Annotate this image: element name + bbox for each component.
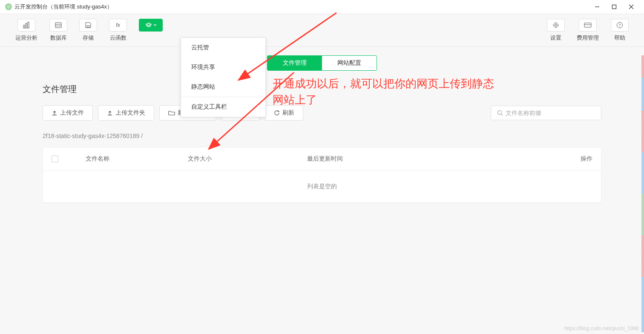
upload-folder-button[interactable]: 上传文件夹 xyxy=(98,105,154,121)
dropdown-item-env-share[interactable]: 环境共享 xyxy=(181,58,265,77)
close-button[interactable] xyxy=(629,4,634,9)
layers-icon xyxy=(145,22,152,28)
toolbar: 运营分析 数据库 存储 fx 云函数 设置 费用管理 xyxy=(0,14,644,47)
tab-file-management[interactable]: 文件管理 xyxy=(267,56,322,70)
dropdown-item-cloud-hosting[interactable]: 云托管 xyxy=(181,38,265,58)
more-dropdown-menu: 云托管 环境共享 静态网站 自定义工具栏 xyxy=(181,37,266,117)
database-icon xyxy=(49,19,67,32)
nav-help[interactable]: ? 帮助 xyxy=(611,19,629,42)
column-filesize: 文件大小 xyxy=(188,155,307,163)
minimize-button[interactable] xyxy=(595,4,600,9)
svg-rect-4 xyxy=(23,25,25,28)
content-area: 文件管理 网站配置 文件管理 上传文件 上传文件夹 新建文件夹 删除 刷新 xyxy=(0,47,644,334)
search-box[interactable] xyxy=(491,106,601,120)
svg-rect-17 xyxy=(584,23,591,27)
svg-text:?: ? xyxy=(618,23,621,27)
nav-settings[interactable]: 设置 xyxy=(547,19,565,42)
page-title: 文件管理 xyxy=(0,76,644,105)
card-icon xyxy=(579,19,597,32)
column-updated: 最后更新时间 xyxy=(307,155,567,163)
watermark: https://blog.csdn.net/qiushi_1990 xyxy=(564,325,639,331)
svg-point-12 xyxy=(555,24,557,26)
nav-database[interactable]: 数据库 xyxy=(49,19,67,42)
svg-rect-10 xyxy=(87,26,89,27)
save-icon xyxy=(79,19,97,32)
help-icon: ? xyxy=(611,19,629,32)
chevron-down-icon xyxy=(153,24,157,26)
svg-point-11 xyxy=(554,23,558,27)
column-filename: 文件名称 xyxy=(69,155,188,163)
upload-icon xyxy=(107,110,113,116)
app-icon xyxy=(5,3,12,10)
nav-analytics[interactable]: 运营分析 xyxy=(15,19,37,42)
sub-tabs: 文件管理 网站配置 xyxy=(267,55,377,71)
edge-decoration xyxy=(641,55,644,332)
window-title: 云开发控制台（当前环境 study-gas4x） xyxy=(14,3,112,11)
bar-chart-icon xyxy=(17,19,35,32)
svg-rect-1 xyxy=(612,5,616,9)
maximize-button[interactable] xyxy=(612,4,617,9)
upload-file-button[interactable]: 上传文件 xyxy=(43,105,93,121)
svg-rect-5 xyxy=(26,23,27,28)
titlebar: 云开发控制台（当前环境 study-gas4x） xyxy=(0,0,644,14)
upload-icon xyxy=(52,110,58,116)
gear-icon xyxy=(547,19,565,32)
fx-icon: fx xyxy=(109,19,127,32)
breadcrumb[interactable]: 2f18-static-study-gas4x-1258760189 / xyxy=(0,128,644,147)
svg-line-22 xyxy=(501,114,503,116)
dropdown-item-customize-toolbar[interactable]: 自定义工具栏 xyxy=(181,97,265,117)
folder-plus-icon xyxy=(168,110,175,116)
tab-website-config[interactable]: 网站配置 xyxy=(322,56,377,70)
search-input[interactable] xyxy=(506,109,595,116)
select-all-checkbox[interactable] xyxy=(52,155,58,162)
nav-cloud-function[interactable]: fx 云函数 xyxy=(109,19,127,42)
nav-storage[interactable]: 存储 xyxy=(79,19,97,42)
svg-point-21 xyxy=(498,111,502,115)
empty-state: 列表是空的 xyxy=(43,171,601,203)
search-icon xyxy=(497,110,503,116)
dropdown-item-static-site[interactable]: 静态网站 xyxy=(181,77,265,97)
refresh-icon xyxy=(274,110,280,116)
nav-more-dropdown-trigger[interactable] xyxy=(139,19,163,32)
svg-rect-6 xyxy=(28,22,29,28)
nav-billing[interactable]: 费用管理 xyxy=(577,19,599,42)
file-table: 文件名称 文件大小 最后更新时间 操作 列表是空的 xyxy=(43,147,601,203)
column-action: 操作 xyxy=(567,155,592,163)
refresh-button[interactable]: 刷新 xyxy=(265,105,303,121)
svg-rect-7 xyxy=(55,23,61,28)
